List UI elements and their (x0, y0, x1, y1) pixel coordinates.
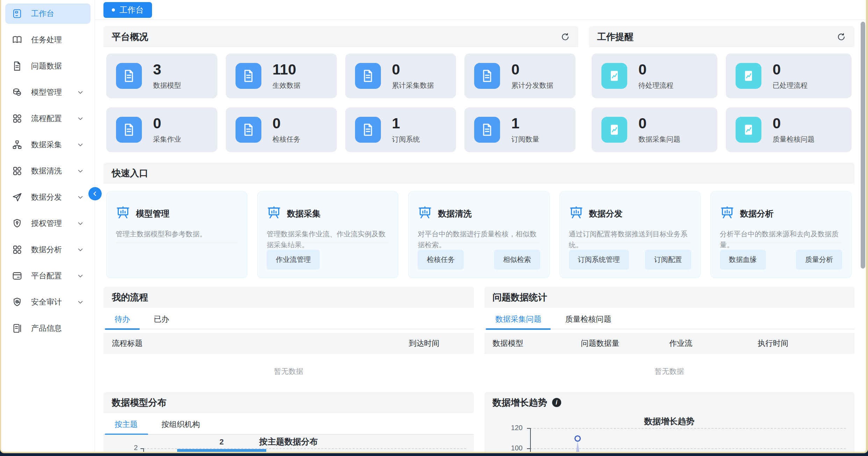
chevron-down-icon (77, 88, 84, 96)
panel-header: 问题数据统计 (484, 287, 855, 308)
info-icon[interactable]: i (552, 398, 561, 407)
stat-label: 数据采集问题 (638, 135, 680, 144)
empty-placeholder: 暂无数据 (484, 366, 855, 376)
sidebar-item-platform-config[interactable]: 平台配置 (5, 266, 91, 286)
panel-header: 快速入口 (103, 163, 854, 184)
divider (569, 243, 691, 243)
sidebar-collapse-button[interactable] (88, 187, 102, 200)
shield-icon (12, 218, 23, 229)
issue-tabs: 数据采集问题 质量检核问题 (484, 311, 855, 327)
sidebar-item-label: 数据分发 (31, 192, 62, 202)
chevron-down-icon (77, 298, 84, 306)
stat-value: 0 (153, 115, 181, 131)
sidebar-item-data-distribution[interactable]: 数据分发 (5, 187, 91, 207)
product-doc-icon (12, 323, 23, 334)
check-task-button[interactable]: 检核任务 (418, 250, 464, 270)
sidebar-item-data-analysis[interactable]: 数据分析 (5, 240, 91, 260)
my-flows-panel: 我的流程 待办 已办 流程标题 到达时间 暂无数据 (103, 287, 474, 387)
trend-report-icon (736, 117, 761, 143)
presentation-board-icon (569, 206, 584, 222)
tab-collection-issues[interactable]: 数据采集问题 (486, 314, 551, 325)
sidebar-item-workbench[interactable]: 工作台 (5, 3, 91, 24)
similar-search-button[interactable]: 相似检索 (494, 250, 540, 270)
tab-quality-issues[interactable]: 质量检核问题 (556, 314, 621, 325)
subscribe-config-button[interactable]: 订阅配置 (645, 250, 691, 270)
issue-stats-panel: 问题数据统计 数据采集问题 质量检核问题 数据模型 问题数据量 作业流 执行时间 (484, 287, 855, 387)
subscribe-system-mgmt-button[interactable]: 订阅系统管理 (569, 250, 629, 270)
workflow-mgmt-button[interactable]: 作业流管理 (267, 250, 320, 270)
content: 平台概况 3数据模型 11 (95, 20, 866, 452)
stat-card-check-tasks: 0检核任务 (226, 107, 337, 152)
stat-label: 订阅数量 (511, 135, 539, 144)
sidebar-item-model-mgmt[interactable]: 模型管理 (5, 82, 91, 102)
column-header: 数据模型 (493, 338, 581, 349)
stat-value: 3 (153, 62, 181, 78)
stat-card-collection-jobs: 0采集作业 (106, 107, 217, 152)
quick-card-model-mgmt[interactable]: 模型管理 管理主数据模型和参考数据。 (106, 191, 247, 278)
sidebar-item-product-info[interactable]: 产品信息 (5, 318, 91, 339)
active-tab-indicator (486, 328, 551, 330)
stat-card-data-models: 3数据模型 (106, 54, 217, 98)
stat-label: 生效数据 (273, 81, 301, 90)
chevron-down-icon (77, 246, 84, 254)
growth-trend-chart: 数据增长趋势 120 100 (484, 413, 855, 452)
divider (720, 243, 842, 243)
panel-title: 平台概况 (112, 31, 148, 43)
sidebar-item-label: 平台配置 (31, 271, 62, 281)
stat-card-subscribe-count: 1订阅数量 (464, 107, 576, 152)
vertical-scrollbar[interactable] (861, 22, 865, 269)
quick-entry-panel: 快速入口 模型管理 管理主数据模型和参考数据。 (103, 163, 854, 283)
tab-by-org[interactable]: 按组织机构 (152, 419, 210, 430)
sidebar-item-label: 数据清洗 (31, 166, 62, 176)
book-icon (12, 34, 23, 45)
quick-card-desc: 通过订阅配置将数据推送到目标业务系统。 (569, 229, 691, 250)
active-tab-dot-icon (112, 8, 115, 12)
quick-card-data-analysis[interactable]: 数据分析 分析平台中的数据来源和去向及数据质量。 数据血缘 质量分析 (710, 191, 852, 278)
tab-by-theme[interactable]: 按主题 (105, 419, 147, 430)
sidebar-item-task-handling[interactable]: 任务处理 (5, 30, 91, 50)
stat-value: 0 (773, 115, 815, 131)
sidebar-item-data-cleaning[interactable]: 数据清洗 (5, 161, 91, 181)
trend-report-icon (601, 63, 627, 89)
quick-card-data-collection[interactable]: 数据采集 管理数据采集作业流、作业流实例及数据采集结果。 作业流管理 (257, 191, 398, 278)
quick-card-desc: 分析平台中的数据来源和去向及数据质量。 (720, 229, 842, 250)
stat-label: 检核任务 (273, 135, 301, 144)
sidebar-item-label: 数据分析 (31, 244, 62, 255)
sidebar-item-auth-mgmt[interactable]: 授权管理 (5, 213, 91, 234)
quality-analysis-button[interactable]: 质量分析 (796, 250, 842, 270)
sidebar-item-process-config[interactable]: 流程配置 (5, 108, 91, 129)
card-icon (12, 270, 23, 282)
quick-card-title: 数据采集 (287, 208, 320, 219)
sidebar-item-label: 流程配置 (31, 113, 62, 124)
refresh-button[interactable] (560, 32, 570, 42)
stat-label: 累计采集数据 (392, 81, 434, 90)
panel-title: 数据增长趋势 (493, 397, 547, 409)
empty-placeholder: 暂无数据 (103, 366, 474, 376)
panel-header: 平台概况 (103, 26, 578, 47)
sidebar-item-security-audit[interactable]: 安全审计 (5, 292, 91, 312)
tab-done[interactable]: 已办 (144, 314, 179, 325)
data-lineage-button[interactable]: 数据血缘 (720, 250, 766, 270)
send-icon (12, 192, 23, 203)
quick-card-data-distribution[interactable]: 数据分发 通过订阅配置将数据推送到目标业务系统。 订阅系统管理 订阅配置 (559, 191, 701, 278)
stat-card-distributed-data: 0累计分发数据 (464, 54, 576, 98)
grid-icon (12, 165, 23, 177)
divider (116, 243, 238, 243)
grid-icon (12, 113, 23, 124)
sidebar-item-issue-data[interactable]: 问题数据 (5, 56, 91, 76)
work-reminder-panel: 工作提醒 0待处理流程 0 (589, 26, 854, 156)
refresh-icon (560, 32, 570, 42)
tab-workbench[interactable]: 工作台 (103, 2, 152, 18)
tab-todo[interactable]: 待办 (105, 314, 140, 325)
document-icon (116, 117, 142, 143)
refresh-button[interactable] (837, 32, 846, 42)
sidebar-item-data-collection[interactable]: 数据采集 (5, 135, 91, 155)
quick-card-data-cleaning[interactable]: 数据清洗 对平台中的数据进行质量检核，相似数据检索。 检核任务 相似检索 (408, 191, 549, 278)
stat-label: 累计分发数据 (511, 81, 553, 90)
panel-title: 我的流程 (112, 291, 148, 304)
document-icon (474, 117, 500, 143)
sidebar-item-label: 授权管理 (31, 218, 62, 229)
column-header: 作业流 (669, 338, 758, 349)
distribution-tabs: 按主题 按组织机构 (103, 416, 474, 433)
tab-track (103, 329, 474, 329)
